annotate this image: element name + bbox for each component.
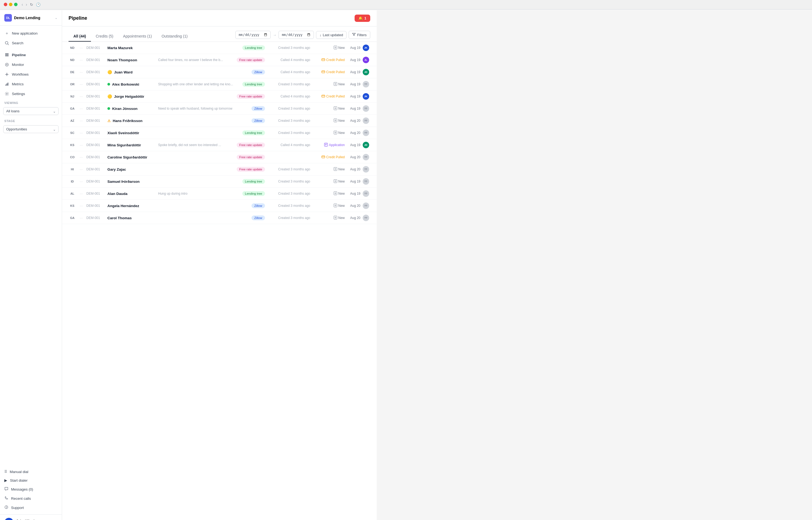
viewing-select[interactable]: All loans My loans bbox=[3, 107, 59, 115]
row-note: Shopping with one other lender and letti… bbox=[158, 82, 233, 86]
row-stage: New bbox=[313, 82, 345, 87]
tab-all[interactable]: All (44) bbox=[69, 31, 91, 42]
row-source: Free rate update bbox=[235, 142, 265, 148]
filter-icon bbox=[352, 33, 356, 37]
source-badge: Lending tree bbox=[242, 82, 265, 87]
row-name: Alan Dauda bbox=[107, 192, 156, 196]
row-source: Lending tree bbox=[235, 179, 265, 184]
source-badge: Lending tree bbox=[242, 179, 265, 184]
row-dots-icon[interactable]: ··· bbox=[78, 167, 84, 172]
table-row[interactable]: OR ··· DEM-001 Alex Borkowski Shopping w… bbox=[62, 78, 377, 90]
stage-label: Application bbox=[329, 143, 345, 147]
stage-icon bbox=[321, 70, 325, 75]
sort-label: Last updated bbox=[323, 33, 343, 37]
sidebar-item-support[interactable]: Support bbox=[0, 503, 62, 512]
sidebar-logo: DL bbox=[4, 14, 12, 22]
row-date: Aug 20 bbox=[347, 167, 360, 171]
sidebar-label-start-dialer: Start dialer bbox=[10, 478, 28, 483]
stage-icon bbox=[333, 179, 337, 184]
svg-rect-26 bbox=[322, 156, 325, 158]
notification-button[interactable]: 🔔 1 bbox=[355, 15, 370, 22]
row-dots-icon[interactable]: ··· bbox=[78, 46, 84, 50]
sidebar-item-monitor[interactable]: Monitor bbox=[0, 60, 62, 69]
row-id: DEM-001 bbox=[86, 82, 105, 86]
browser-back[interactable]: ‹ bbox=[22, 2, 23, 7]
date-from-input[interactable] bbox=[235, 31, 271, 39]
sidebar-item-workflows[interactable]: Workflows bbox=[0, 69, 62, 79]
row-name: ⚠ Hans Friðriksson bbox=[107, 119, 156, 123]
stage-select[interactable]: Opportunities Processing Closed bbox=[3, 125, 59, 133]
row-dots-icon[interactable]: ··· bbox=[78, 204, 84, 208]
tab-outstanding[interactable]: Outstanding (1) bbox=[157, 31, 193, 42]
row-id: DEM-001 bbox=[86, 119, 105, 123]
mac-maximize[interactable] bbox=[14, 3, 18, 6]
row-dots-icon[interactable]: ··· bbox=[78, 106, 84, 111]
row-date: Aug 19 bbox=[347, 46, 360, 50]
tab-credits[interactable]: Credits (5) bbox=[91, 31, 118, 42]
table-row[interactable]: ND ··· DEM-001 Marta Mazurek Lending tre… bbox=[62, 42, 377, 54]
table-row[interactable]: NJ ··· DEM-001 🟡 Jorge Helgadóttir Free … bbox=[62, 90, 377, 103]
sidebar-header[interactable]: DL Demo Lending ⌄ bbox=[0, 10, 62, 26]
svg-point-7 bbox=[6, 74, 7, 75]
table-row[interactable]: ID ··· DEM-001 Samuel Þórðarson Lending … bbox=[62, 176, 377, 188]
table-row[interactable]: KS ··· DEM-001 Mina Sigurðardóttir Spoke… bbox=[62, 139, 377, 151]
mac-minimize[interactable] bbox=[9, 3, 12, 6]
row-dots-icon[interactable]: ··· bbox=[78, 131, 84, 135]
sort-button[interactable]: ↓ Last updated bbox=[316, 31, 347, 39]
sidebar-user[interactable]: JK Jake Klinehamer jake@usegizmo.com ∧ bbox=[0, 514, 62, 520]
sidebar-item-start-dialer[interactable]: ▶ Start dialer bbox=[0, 476, 62, 485]
messages-icon bbox=[4, 487, 8, 492]
browser-clock: 🕐 bbox=[36, 2, 40, 7]
svg-point-6 bbox=[6, 64, 7, 65]
sidebar-item-manual-dial[interactable]: ⠿ Manual dial bbox=[0, 467, 62, 476]
sidebar-item-settings[interactable]: Settings bbox=[0, 89, 62, 99]
workflows-icon bbox=[4, 72, 9, 77]
stage-label: New bbox=[339, 192, 345, 196]
sidebar-item-pipeline[interactable]: Pipeline bbox=[0, 50, 62, 60]
row-dots-icon[interactable]: ··· bbox=[78, 155, 84, 159]
row-state: ND bbox=[69, 46, 76, 49]
source-badge: Zillow bbox=[251, 203, 265, 208]
sidebar-item-recent-calls[interactable]: Recent calls bbox=[0, 494, 62, 503]
stage-label: Credit Pulled bbox=[326, 155, 345, 159]
manual-dial-icon: ⠿ bbox=[4, 469, 7, 474]
table-row[interactable]: SC ··· DEM-001 Xiaoli Sveinsdóttir Lendi… bbox=[62, 127, 377, 139]
row-note: Hung up during intro bbox=[158, 192, 233, 196]
table-row[interactable]: GA ··· DEM-001 Carol Thomas Zillow Creat… bbox=[62, 212, 377, 224]
row-source: Lending tree bbox=[235, 82, 265, 87]
filter-button[interactable]: Filters bbox=[349, 31, 370, 39]
row-name: Xiaoli Sveinsdóttir bbox=[107, 131, 156, 135]
page-title: Pipeline bbox=[69, 16, 87, 21]
row-dots-icon[interactable]: ··· bbox=[78, 82, 84, 86]
table-row[interactable]: ND ··· DEM-001 Noam Thompson Called four… bbox=[62, 54, 377, 66]
row-dots-icon[interactable]: ··· bbox=[78, 119, 84, 123]
sidebar-item-new-application[interactable]: ＋ New application bbox=[0, 28, 62, 38]
row-dots-icon[interactable]: ··· bbox=[78, 143, 84, 147]
stage-icon bbox=[333, 131, 337, 135]
mac-close[interactable] bbox=[4, 3, 7, 6]
browser-refresh[interactable]: ↻ bbox=[30, 2, 33, 7]
source-badge: Zillow bbox=[251, 70, 265, 75]
row-source: Zillow bbox=[235, 203, 265, 208]
row-dots-icon[interactable]: ··· bbox=[78, 216, 84, 220]
row-dots-icon[interactable]: ··· bbox=[78, 179, 84, 184]
row-dots-icon[interactable]: ··· bbox=[78, 58, 84, 62]
table-row[interactable]: DE ··· DEM-001 🟡 Juan Ward Zillow Called… bbox=[62, 66, 377, 78]
sidebar-item-messages[interactable]: Messages (0) bbox=[0, 485, 62, 494]
table-row[interactable]: HI ··· DEM-001 Gary Zajac Free rate upda… bbox=[62, 163, 377, 176]
row-dots-icon[interactable]: ··· bbox=[78, 94, 84, 99]
mac-window-buttons bbox=[0, 0, 21, 9]
table-row[interactable]: KS ··· DEM-001 Angela Hernández Zillow C… bbox=[62, 200, 377, 212]
table-row[interactable]: GA ··· DEM-001 Kiran Jónsson Need to spe… bbox=[62, 103, 377, 115]
sidebar-item-metrics[interactable]: Metrics bbox=[0, 79, 62, 89]
row-dots-icon[interactable]: ··· bbox=[78, 70, 84, 74]
table-row[interactable]: CO ··· DEM-001 Caroline Sigurðardóttir F… bbox=[62, 151, 377, 163]
row-dots-icon[interactable]: ··· bbox=[78, 191, 84, 196]
browser-forward[interactable]: › bbox=[26, 2, 27, 7]
svg-rect-15 bbox=[322, 59, 325, 61]
date-to-input[interactable] bbox=[278, 31, 314, 39]
sidebar-item-search[interactable]: Search bbox=[0, 38, 62, 48]
table-row[interactable]: AZ ··· DEM-001 ⚠ Hans Friðriksson Zillow… bbox=[62, 115, 377, 127]
tab-appointments[interactable]: Appointments (1) bbox=[118, 31, 157, 42]
table-row[interactable]: AL ··· DEM-001 Alan Dauda Hung up during… bbox=[62, 188, 377, 200]
